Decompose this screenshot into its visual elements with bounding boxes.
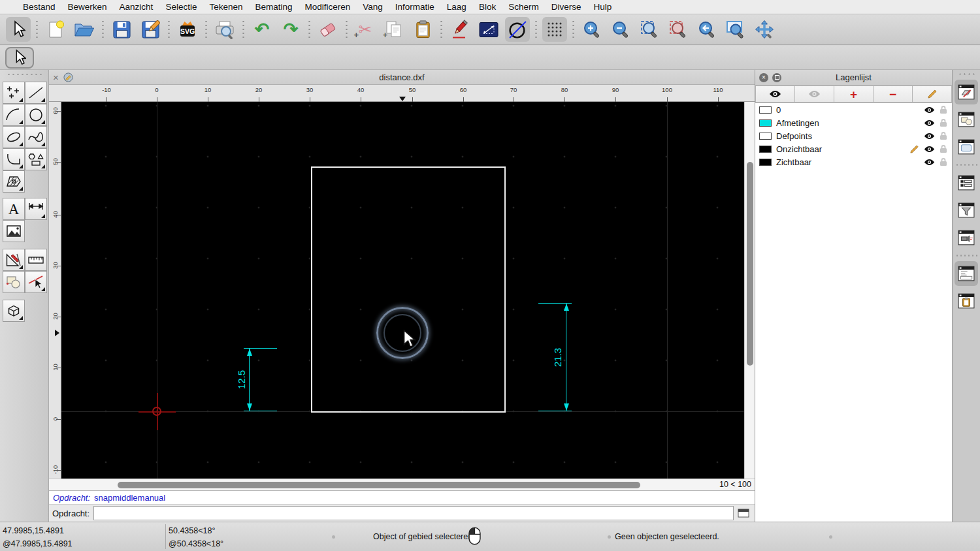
layer-color-swatch[interactable] xyxy=(759,119,772,127)
dimension-tool-button[interactable] xyxy=(25,198,47,220)
ellipse-tool-button[interactable] xyxy=(3,126,25,148)
shape-tools-button[interactable] xyxy=(25,148,47,170)
zoom-selection-button[interactable] xyxy=(666,17,691,42)
block-tools-button[interactable] xyxy=(3,271,25,293)
point-tool-button[interactable] xyxy=(3,82,25,104)
layer-visibility-toggle[interactable] xyxy=(924,146,935,153)
command-input[interactable] xyxy=(93,506,734,520)
menu-bemating[interactable]: Bemating xyxy=(255,2,292,12)
block-list-panel-toggle[interactable] xyxy=(955,107,978,132)
layer-lock-toggle[interactable] xyxy=(939,144,947,153)
menu-aanzicht[interactable]: Aanzicht xyxy=(120,2,154,12)
view-list-panel-toggle[interactable] xyxy=(955,134,978,159)
vertical-scroll-thumb[interactable] xyxy=(747,162,753,366)
layer-row[interactable]: Zichtbaar xyxy=(755,155,952,168)
show-all-layers-button[interactable] xyxy=(755,86,795,102)
dock-drag-handle[interactable] xyxy=(958,72,975,76)
selection-filter-panel-toggle[interactable] xyxy=(955,198,978,223)
layer-lock-toggle[interactable] xyxy=(939,118,947,127)
clipboard-panel-toggle[interactable] xyxy=(955,289,978,313)
selection-pointer-button[interactable] xyxy=(5,47,34,69)
print-preview-button[interactable] xyxy=(212,17,237,42)
grid-toggle-button[interactable] xyxy=(542,17,567,42)
pan-button[interactable] xyxy=(752,17,777,42)
property-editor-panel-toggle[interactable] xyxy=(955,170,978,195)
horizontal-scroll-thumb[interactable] xyxy=(118,482,640,488)
menu-diverse[interactable]: Diverse xyxy=(551,2,581,12)
menu-bestand[interactable]: Bestand xyxy=(23,2,56,12)
drawing-canvas[interactable]: 12.5 21.3 xyxy=(61,102,744,479)
line-tool-button[interactable] xyxy=(25,82,47,104)
menu-vang[interactable]: Vang xyxy=(363,2,383,12)
menu-informatie[interactable]: Informatie xyxy=(395,2,434,12)
toolbar-separator xyxy=(242,20,244,39)
command-line-panel-toggle[interactable] xyxy=(955,261,978,286)
hide-all-layers-button[interactable] xyxy=(795,86,834,102)
palette-drag-handle[interactable] xyxy=(7,72,42,76)
layer-color-swatch[interactable] xyxy=(759,106,772,114)
erase-button[interactable] xyxy=(316,17,340,42)
select-entity-button[interactable] xyxy=(25,271,47,293)
layer-color-swatch[interactable] xyxy=(759,146,772,153)
selection-tool-button[interactable] xyxy=(6,17,31,42)
rectangle-entity[interactable] xyxy=(311,166,506,413)
edit-layer-button[interactable] xyxy=(913,86,952,102)
layer-row[interactable]: 0 xyxy=(755,103,952,116)
layer-visibility-toggle[interactable] xyxy=(924,119,935,127)
menu-blok[interactable]: Blok xyxy=(479,2,496,12)
layer-lock-toggle[interactable] xyxy=(939,105,947,114)
zoom-out-button[interactable] xyxy=(608,17,633,42)
layer-color-swatch[interactable] xyxy=(759,133,772,140)
menu-bewerken[interactable]: Bewerken xyxy=(68,2,107,12)
menu-modificeren[interactable]: Modificeren xyxy=(305,2,351,12)
zoom-window-button[interactable] xyxy=(723,17,748,42)
zoom-auto-button[interactable] xyxy=(637,17,662,42)
layer-color-swatch[interactable] xyxy=(759,159,772,166)
draw-pencil-button[interactable] xyxy=(448,17,472,42)
layer-row-current[interactable]: Onzichtbaar xyxy=(755,142,952,155)
save-button[interactable] xyxy=(109,17,134,42)
new-file-button[interactable] xyxy=(43,17,68,42)
arc-tool-button[interactable] xyxy=(3,104,25,126)
menu-tekenen[interactable]: Tekenen xyxy=(209,2,242,12)
library-browser-panel-toggle[interactable] xyxy=(955,225,978,250)
command-widget-toggle-button[interactable] xyxy=(738,508,751,518)
layer-visibility-toggle[interactable] xyxy=(924,159,935,166)
circle-tool-button[interactable] xyxy=(505,17,530,42)
menu-selectie[interactable]: Selectie xyxy=(165,2,197,12)
cut-button[interactable]: ✂+ xyxy=(353,17,378,42)
redo-button[interactable]: ↷ xyxy=(278,17,303,42)
distance-tool-button[interactable] xyxy=(476,17,501,42)
add-layer-button[interactable]: + xyxy=(834,86,874,102)
zoom-previous-button[interactable] xyxy=(694,17,719,42)
horizontal-scrollbar[interactable]: 10 < 100 xyxy=(49,479,755,490)
text-tool-button[interactable]: A xyxy=(3,198,25,220)
layer-row[interactable]: Defpoints xyxy=(755,129,952,142)
paste-button[interactable] xyxy=(410,17,435,42)
menu-laag[interactable]: Laag xyxy=(447,2,466,12)
layer-visibility-toggle[interactable] xyxy=(924,106,935,114)
hatch-tool-button[interactable] xyxy=(3,170,25,193)
menu-hulp[interactable]: Hulp xyxy=(593,2,612,12)
open-file-button[interactable] xyxy=(72,17,97,42)
svg-export-button[interactable]: SVG xyxy=(175,17,200,42)
remove-layer-button[interactable]: − xyxy=(874,86,913,102)
layer-lock-toggle[interactable] xyxy=(939,131,947,140)
vertical-scrollbar[interactable] xyxy=(744,102,755,479)
layer-lock-toggle[interactable] xyxy=(939,157,947,166)
menu-scherm[interactable]: Scherm xyxy=(508,2,539,12)
layer-list-panel-toggle[interactable] xyxy=(955,80,978,104)
modify-tools-button[interactable] xyxy=(3,249,25,271)
undo-button[interactable]: ↶ xyxy=(250,17,274,42)
measure-tools-button[interactable] xyxy=(25,249,47,271)
spline-tool-button[interactable] xyxy=(25,126,47,148)
circle-tool-palette-button[interactable] xyxy=(25,104,47,126)
viewport-3d-button[interactable] xyxy=(3,300,25,322)
save-as-button[interactable] xyxy=(138,17,163,42)
copy-button[interactable]: + xyxy=(382,17,406,42)
image-tool-button[interactable] xyxy=(3,220,25,242)
zoom-in-button[interactable] xyxy=(580,17,604,42)
layer-row[interactable]: Afmetingen xyxy=(755,116,952,129)
layer-visibility-toggle[interactable] xyxy=(924,133,935,140)
polyline-tool-button[interactable] xyxy=(3,148,25,170)
